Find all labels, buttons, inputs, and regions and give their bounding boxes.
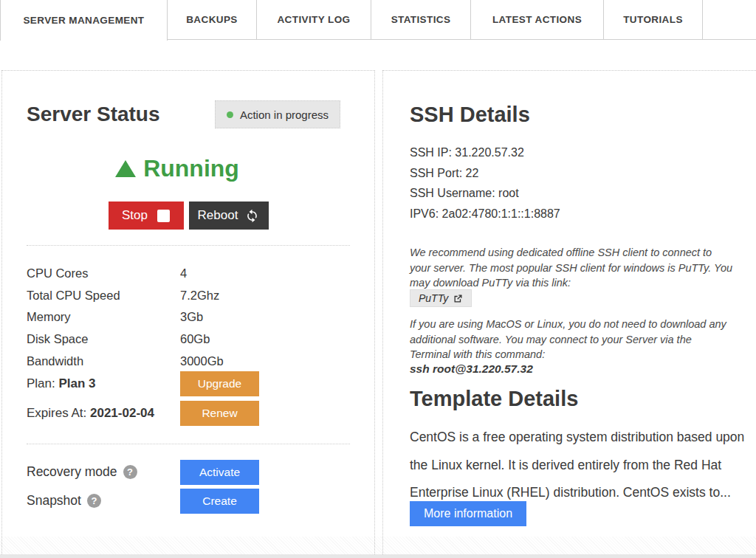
help-icon[interactable]: ? — [123, 465, 137, 479]
ssh-details-title: SSH Details — [410, 103, 756, 127]
recovery-mode-row: Recovery mode? Activate — [27, 460, 350, 484]
template-details-title: Template Details — [410, 387, 756, 411]
triangle-up-icon — [115, 160, 136, 177]
tab-label: LATEST ACTIONS — [492, 14, 582, 25]
tab-label: SERVER MANAGEMENT — [23, 15, 144, 26]
green-dot-icon — [227, 111, 233, 118]
tab-server-management[interactable]: SERVER MANAGEMENT — [0, 0, 168, 41]
refresh-icon — [245, 209, 259, 223]
spec-label: Total CPU Speed — [27, 289, 180, 303]
create-button[interactable]: Create — [180, 489, 259, 514]
ssh-details-panel: SSH Details SSH IP: 31.220.57.32 SSH Por… — [382, 70, 756, 558]
tab-label: ACTIVITY LOG — [277, 14, 350, 25]
spec-label: Disk Space — [27, 332, 180, 346]
spec-label: Memory — [27, 310, 180, 324]
template-description: CentOS is a free operating system distri… — [410, 424, 756, 507]
ipv6-line: IPV6: 2a02:4780:1:1::1:8887 — [410, 204, 756, 224]
more-information-button[interactable]: More information — [410, 501, 526, 526]
spec-list: CPU Cores4 Total CPU Speed7.2Ghz Memory3… — [27, 263, 350, 372]
spec-label: Bandwidth — [27, 354, 180, 368]
spec-value: 3Gb — [180, 310, 203, 324]
badge-label: Action in progress — [240, 108, 329, 121]
spec-row: Memory3Gb — [27, 306, 350, 328]
tab-label: TUTORIALS — [623, 14, 683, 25]
plan-value: Plan 3 — [58, 376, 95, 390]
tab-activity-log[interactable]: ACTIVITY LOG — [257, 0, 371, 39]
ssh-port-value: 22 — [466, 167, 479, 179]
putty-label: PuTTy — [419, 292, 448, 304]
upgrade-button[interactable]: Upgrade — [180, 371, 259, 396]
server-state: Running — [2, 155, 352, 182]
expires-row: Expires At: 2021-02-04 Renew — [27, 401, 350, 426]
state-label: Running — [143, 155, 239, 182]
bottom-bar — [0, 554, 756, 558]
spec-label: CPU Cores — [27, 266, 180, 280]
snapshot-row: Snapshot? Create — [27, 489, 350, 513]
divider — [27, 444, 350, 444]
putty-note: We recommend using dedicated offline SSH… — [410, 245, 756, 291]
tab-label: STATISTICS — [391, 14, 451, 25]
external-link-icon — [453, 294, 463, 303]
expires-value: 2021-02-04 — [90, 406, 154, 420]
tab-tutorials[interactable]: TUTORIALS — [604, 0, 703, 39]
snapshot-label: Snapshot — [27, 493, 81, 509]
ssh-info-list: SSH IP: 31.220.57.32 SSH Port: 22 SSH Us… — [410, 142, 756, 224]
spec-value: 3000Gb — [180, 354, 224, 368]
divider — [27, 245, 350, 246]
plan-label: Plan: Plan 3 — [27, 376, 180, 391]
recovery-mode-label: Recovery mode — [27, 464, 117, 480]
renew-button[interactable]: Renew — [180, 401, 259, 426]
spec-row: Bandwidth3000Gb — [27, 350, 350, 372]
ipv6-value: 2a02:4780:1:1::1:8887 — [442, 207, 560, 220]
ssh-username-line: SSH Username: root — [410, 183, 756, 204]
server-status-title: Server Status — [27, 103, 160, 126]
tab-bar: SERVER MANAGEMENT BACKUPS ACTIVITY LOG S… — [0, 0, 756, 41]
putty-link[interactable]: PuTTy — [410, 289, 472, 307]
ssh-ip-line: SSH IP: 31.220.57.32 — [410, 142, 756, 163]
tab-backups[interactable]: BACKUPS — [168, 0, 257, 39]
ssh-command: ssh root@31.220.57.32 — [410, 362, 756, 376]
spec-row: Total CPU Speed7.2Ghz — [27, 285, 350, 307]
reboot-label: Reboot — [198, 208, 238, 223]
help-icon[interactable]: ? — [87, 494, 101, 508]
spec-value: 7.2Ghz — [180, 289, 219, 303]
ssh-username-value: root — [498, 187, 519, 199]
ssh-ip-value: 31.220.57.32 — [455, 146, 523, 159]
tab-label: BACKUPS — [186, 14, 238, 25]
activate-button[interactable]: Activate — [180, 460, 259, 485]
spec-value: 4 — [180, 266, 187, 280]
spec-row: CPU Cores4 — [27, 263, 350, 285]
tab-statistics[interactable]: STATISTICS — [371, 0, 471, 39]
action-in-progress-badge: Action in progress — [215, 100, 340, 128]
stop-icon — [157, 210, 170, 222]
ssh-port-line: SSH Port: 22 — [410, 163, 756, 184]
spec-row: Disk Space60Gb — [27, 328, 350, 351]
plan-row: Plan: Plan 3 Upgrade — [27, 371, 350, 396]
unix-note: If you are using MacOS or Linux, you do … — [410, 317, 756, 362]
stop-label: Stop — [122, 208, 148, 223]
stop-button[interactable]: Stop — [109, 202, 184, 230]
server-status-panel: Server Status Action in progress Running… — [1, 70, 375, 558]
tab-latest-actions[interactable]: LATEST ACTIONS — [471, 0, 604, 39]
more-information-label: More information — [424, 507, 512, 520]
expires-label: Expires At: 2021-02-04 — [27, 406, 180, 421]
spec-value: 60Gb — [180, 332, 210, 346]
reboot-button[interactable]: Reboot — [189, 202, 269, 230]
